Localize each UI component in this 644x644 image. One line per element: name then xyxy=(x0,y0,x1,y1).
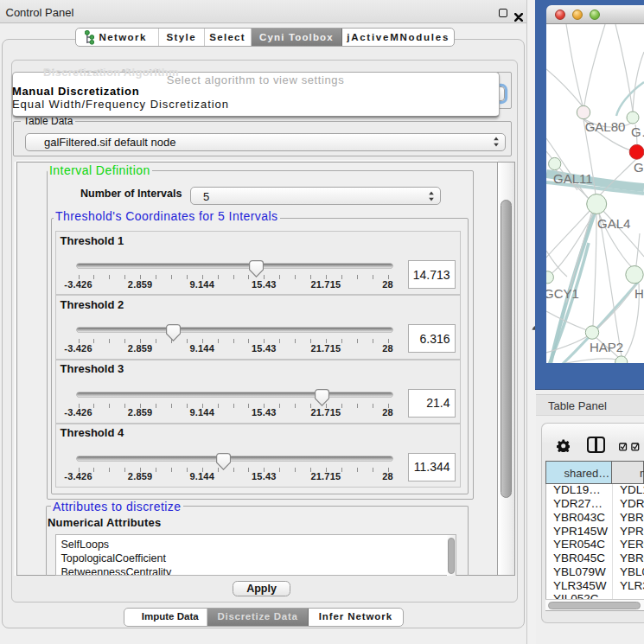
svg-text:G…: G… xyxy=(631,124,644,139)
svg-text:GAL11: GAL11 xyxy=(553,171,593,186)
svg-text:GAL4: GAL4 xyxy=(597,216,630,231)
svg-text:GCY1: GCY1 xyxy=(546,286,579,301)
svg-text:HAP2: HAP2 xyxy=(590,340,623,354)
svg-text:H: H xyxy=(634,286,644,301)
svg-text:G: G xyxy=(634,160,644,175)
svg-text:GAL80: GAL80 xyxy=(585,119,626,134)
